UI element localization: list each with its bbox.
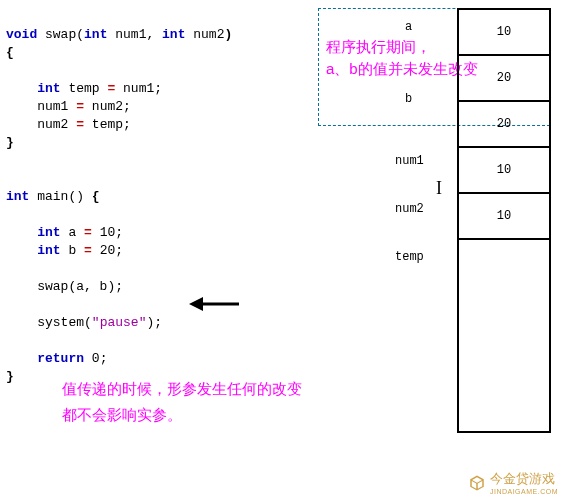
annot-line: 都不会影响实参。	[62, 402, 302, 428]
arrow-left-icon	[187, 294, 241, 314]
label-num1: num1	[395, 154, 424, 168]
t: num2	[185, 27, 224, 42]
annotation-bottom: 值传递的时候，形参发生任何的改变 都不会影响实参。	[62, 376, 302, 428]
t: 0;	[84, 351, 107, 366]
t: num1	[6, 99, 76, 114]
label-a: a	[405, 20, 412, 34]
t	[6, 81, 37, 96]
t: b	[61, 243, 84, 258]
eq: =	[76, 99, 84, 114]
paren: )	[224, 27, 232, 42]
cell-b: 20	[457, 54, 551, 102]
cell-num2: 10	[457, 146, 551, 194]
annot-line: 值传递的时候，形参发生任何的改变	[62, 376, 302, 402]
cell-num1: 20	[457, 100, 551, 148]
t: temp	[61, 81, 108, 96]
t: num1,	[107, 27, 162, 42]
label-num2: num2	[395, 202, 424, 216]
t: 10;	[92, 225, 123, 240]
brace: }	[6, 369, 14, 384]
memory-table: 10 20 20 10 10	[457, 10, 551, 433]
t	[6, 225, 37, 240]
svg-marker-1	[189, 297, 203, 311]
kw-void: void	[6, 27, 37, 42]
t: num2;	[84, 99, 131, 114]
brace: {	[6, 45, 14, 60]
cell-a: 10	[457, 8, 551, 56]
logo-text: 今金贷游戏	[490, 470, 558, 488]
brace: {	[92, 189, 100, 204]
annot-line: a、b的值并未发生改变	[326, 58, 478, 80]
text-cursor-icon: I	[436, 178, 442, 199]
cell-temp: 10	[457, 192, 551, 240]
label-temp: temp	[395, 250, 424, 264]
t: main()	[29, 189, 91, 204]
cube-icon	[468, 474, 486, 492]
str: "pause"	[92, 315, 147, 330]
eq: =	[76, 117, 84, 132]
code-block: void swap(int num1, int num2) { int temp…	[6, 8, 232, 386]
t: temp;	[84, 117, 131, 132]
kw-int: int	[37, 243, 60, 258]
logo-sub: JINDAIGAME.COM	[490, 488, 558, 495]
annotation-top: 程序执行期间， a、b的值并未发生改变	[326, 36, 478, 80]
t: system(	[6, 315, 92, 330]
t: );	[146, 315, 162, 330]
t: 20;	[92, 243, 123, 258]
t: swap(a, b);	[6, 279, 123, 294]
kw-int: int	[6, 189, 29, 204]
kw-int: int	[162, 27, 185, 42]
t: a	[61, 225, 84, 240]
kw-return: return	[37, 351, 84, 366]
kw-int: int	[84, 27, 107, 42]
eq: =	[84, 225, 92, 240]
brace: }	[6, 135, 14, 150]
watermark-logo: 今金贷游戏 JINDAIGAME.COM	[468, 470, 558, 495]
annot-line: 程序执行期间，	[326, 36, 478, 58]
t: swap(	[37, 27, 84, 42]
kw-int: int	[37, 225, 60, 240]
cell-empty	[457, 238, 551, 433]
t: num1;	[115, 81, 162, 96]
t: num2	[6, 117, 76, 132]
label-b: b	[405, 92, 412, 106]
eq: =	[84, 243, 92, 258]
t	[6, 351, 37, 366]
t	[6, 243, 37, 258]
kw-int: int	[37, 81, 60, 96]
